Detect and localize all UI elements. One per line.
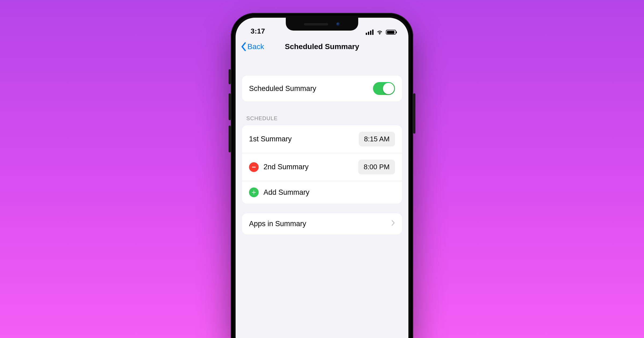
schedule-group: 1st Summary 8:15 AM 2nd Summary 8:00 PM (242, 125, 402, 204)
phone-side-button (229, 93, 231, 120)
nav-bar: Back Scheduled Summary (236, 36, 408, 57)
schedule-section-header: SCHEDULE (246, 115, 398, 122)
phone-frame: 3:17 Back Scheduled Summary Schedul (231, 13, 413, 338)
phone-notch (286, 18, 358, 31)
second-summary-label: 2nd Summary (264, 163, 309, 171)
minus-icon (251, 165, 256, 170)
add-summary-button[interactable] (249, 188, 259, 197)
wifi-icon (376, 30, 383, 35)
toggle-knob (383, 83, 394, 94)
first-summary-time[interactable]: 8:15 AM (359, 132, 395, 146)
back-button[interactable]: Back (241, 42, 264, 51)
apps-in-summary-row[interactable]: Apps in Summary (242, 213, 402, 234)
speaker-grille (304, 23, 328, 25)
first-summary-label: 1st Summary (249, 135, 292, 143)
apps-in-summary-label: Apps in Summary (249, 220, 306, 228)
page-title: Scheduled Summary (285, 42, 359, 51)
status-icons (366, 30, 396, 35)
chevron-left-icon (241, 42, 246, 51)
first-summary-row[interactable]: 1st Summary 8:15 AM (242, 125, 402, 153)
phone-screen: 3:17 Back Scheduled Summary Schedul (236, 18, 408, 338)
add-summary-label: Add Summary (264, 188, 309, 197)
second-summary-row[interactable]: 2nd Summary 8:00 PM (242, 153, 402, 181)
status-time: 3:17 (251, 27, 265, 35)
phone-side-button (413, 93, 415, 134)
plus-icon (251, 190, 256, 195)
scheduled-summary-toggle[interactable] (373, 82, 395, 95)
battery-icon (386, 30, 396, 35)
scheduled-summary-toggle-row: Scheduled Summary (242, 76, 402, 101)
phone-side-button (229, 69, 231, 84)
remove-summary-button[interactable] (249, 162, 259, 172)
toggle-group: Scheduled Summary (242, 76, 402, 101)
front-camera (336, 22, 340, 26)
apps-group: Apps in Summary (242, 213, 402, 234)
toggle-label: Scheduled Summary (249, 84, 316, 93)
chevron-right-icon (391, 220, 395, 228)
svg-rect-0 (252, 167, 256, 167)
back-label: Back (247, 42, 264, 51)
add-summary-row[interactable]: Add Summary (242, 181, 402, 204)
cellular-signal-icon (366, 30, 374, 35)
phone-side-button (229, 126, 231, 152)
second-summary-time[interactable]: 8:00 PM (358, 160, 395, 174)
